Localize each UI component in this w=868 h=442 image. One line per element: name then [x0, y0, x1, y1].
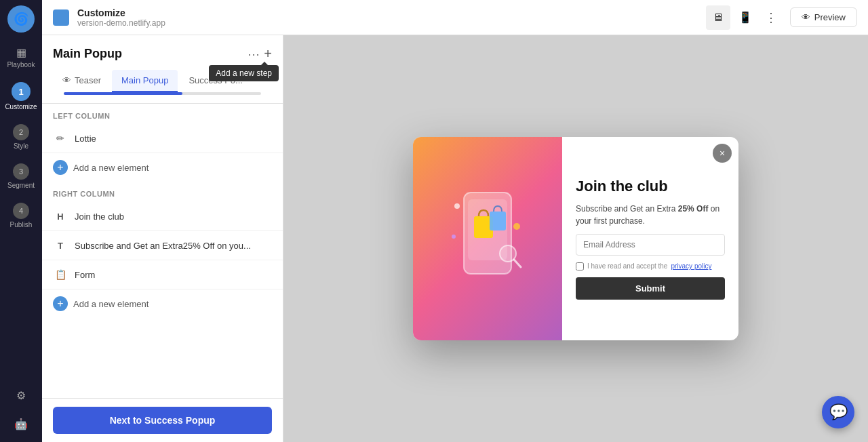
- sidebar-item-customize[interactable]: 1 Customize: [0, 77, 42, 116]
- svg-point-5: [513, 223, 520, 230]
- modal-close-button[interactable]: ×: [713, 144, 732, 163]
- style-number: 2: [13, 124, 29, 140]
- popup-title-actions: ⋯ + Add a new step: [248, 46, 272, 62]
- modal-preview: ×: [413, 137, 738, 340]
- svg-point-4: [454, 203, 460, 209]
- modal-illustration-area: [413, 137, 562, 340]
- lottie-label: Lottie: [75, 134, 272, 144]
- progress-bar-fill: [64, 92, 182, 95]
- sidebar: 🌀 ▦ Playbook 1 Customize 2 Style 3 Segme…: [0, 0, 42, 442]
- modal-right-content: Join the club Subscribe and Get an Extra…: [562, 137, 738, 340]
- heading-icon: H: [53, 209, 68, 224]
- sidebar-item-publish[interactable]: 4 Publish: [0, 197, 42, 234]
- form-icon: 📋: [53, 267, 68, 282]
- add-element-left-icon: +: [53, 160, 68, 175]
- device-buttons: 🖥 📱 ⋮: [706, 5, 782, 30]
- app-logo[interactable]: 🌀: [7, 5, 35, 33]
- panel: Main Popup ⋯ + Add a new step 👁 Teaser: [42, 35, 283, 442]
- segment-number: 3: [13, 163, 29, 180]
- device-mobile-button[interactable]: 📱: [733, 5, 757, 30]
- canvas: ×: [283, 35, 868, 442]
- element-row-form[interactable]: 📋 Form: [42, 260, 283, 289]
- sidebar-item-label: Customize: [5, 103, 37, 110]
- add-step-button[interactable]: +: [264, 46, 272, 62]
- preview-button[interactable]: 👁 Preview: [790, 7, 857, 27]
- text-label: Subscribe and Get an Extra25% Off on you…: [75, 241, 272, 251]
- heading-label: Join the club: [75, 212, 272, 222]
- topbar: Customize version-demo.netlify.app 🖥 📱 ⋮…: [42, 0, 868, 35]
- content-area: Main Popup ⋯ + Add a new step 👁 Teaser: [42, 35, 868, 442]
- modal-email-input[interactable]: [576, 234, 725, 256]
- main-area: Customize version-demo.netlify.app 🖥 📱 ⋮…: [42, 0, 868, 442]
- modal-illustration-graphic: [443, 179, 532, 298]
- lottie-icon: ✏: [53, 131, 68, 146]
- device-desktop-button[interactable]: 🖥: [706, 5, 730, 30]
- sidebar-item-playbook[interactable]: ▦ Playbook: [0, 41, 42, 74]
- add-step-tooltip: Add a new step: [209, 65, 279, 81]
- element-row-heading[interactable]: H Join the club: [42, 202, 283, 231]
- topbar-title: Customize: [77, 7, 165, 18]
- progress-bar: [64, 92, 261, 95]
- add-element-left-label: Add a new element: [73, 163, 149, 173]
- popup-dots-button[interactable]: ⋯: [248, 46, 260, 62]
- modal-heading: Join the club: [576, 178, 725, 195]
- add-element-left[interactable]: + Add a new element: [42, 153, 283, 182]
- right-column-header: RIGHT COLUMN: [42, 182, 283, 202]
- more-options-button[interactable]: ⋮: [760, 7, 782, 28]
- chat-bubble[interactable]: 💬: [822, 396, 854, 428]
- popup-title-row: Main Popup ⋯ + Add a new step: [53, 46, 272, 62]
- add-element-right[interactable]: + Add a new element: [42, 289, 283, 318]
- text-icon: T: [53, 238, 68, 253]
- element-row-lottie[interactable]: ✏ Lottie: [42, 124, 283, 153]
- topbar-logo: [53, 9, 69, 26]
- customize-number: 1: [12, 82, 31, 101]
- popup-title: Main Popup: [53, 47, 122, 61]
- popup-header: Main Popup ⋯ + Add a new step 👁 Teaser: [42, 35, 283, 104]
- chat-icon: 💬: [829, 403, 848, 421]
- modal-privacy-text: I have read and accept the: [587, 262, 667, 270]
- svg-point-6: [452, 235, 456, 239]
- panel-footer: Next to Success Popup: [42, 398, 283, 442]
- teaser-icon: 👁: [62, 75, 71, 85]
- svg-line-8: [514, 260, 521, 267]
- svg-rect-3: [490, 212, 506, 230]
- element-row-text[interactable]: T Subscribe and Get an Extra25% Off on y…: [42, 231, 283, 260]
- next-button[interactable]: Next to Success Popup: [53, 407, 272, 434]
- agent-icon[interactable]: 🤖: [8, 411, 34, 437]
- modal-privacy-checkbox[interactable]: [576, 262, 584, 270]
- left-column-header: LEFT COLUMN: [42, 104, 283, 124]
- sidebar-item-label: Playbook: [7, 61, 35, 68]
- add-step-container: + Add a new step: [264, 46, 272, 62]
- eye-icon: 👁: [802, 12, 810, 22]
- settings-icon[interactable]: ⚙: [8, 382, 34, 408]
- topbar-subtitle: version-demo.netlify.app: [77, 18, 165, 28]
- sidebar-item-style[interactable]: 2 Style: [0, 119, 42, 155]
- sidebar-item-label: Style: [14, 142, 28, 150]
- add-element-right-icon: +: [53, 296, 68, 311]
- modal-privacy-link[interactable]: privacy policy: [671, 262, 711, 270]
- modal-subtext: Subscribe and Get an Extra 25% Off on yo…: [576, 203, 725, 227]
- sidebar-item-segment[interactable]: 3 Segment: [0, 158, 42, 195]
- add-element-right-label: Add a new element: [73, 299, 149, 309]
- sidebar-item-label: Segment: [7, 182, 35, 189]
- tab-main-popup[interactable]: Main Popup: [112, 70, 178, 92]
- modal-privacy-row: I have read and accept the privacy polic…: [576, 262, 725, 270]
- panel-body: LEFT COLUMN ✏ Lottie + Add a new element…: [42, 104, 283, 398]
- tab-teaser[interactable]: 👁 Teaser: [53, 70, 111, 92]
- sidebar-item-label: Publish: [10, 221, 33, 228]
- publish-number: 4: [13, 203, 29, 219]
- topbar-title-group: Customize version-demo.netlify.app: [77, 7, 165, 28]
- form-label: Form: [75, 270, 272, 280]
- modal-submit-button[interactable]: Submit: [576, 277, 725, 300]
